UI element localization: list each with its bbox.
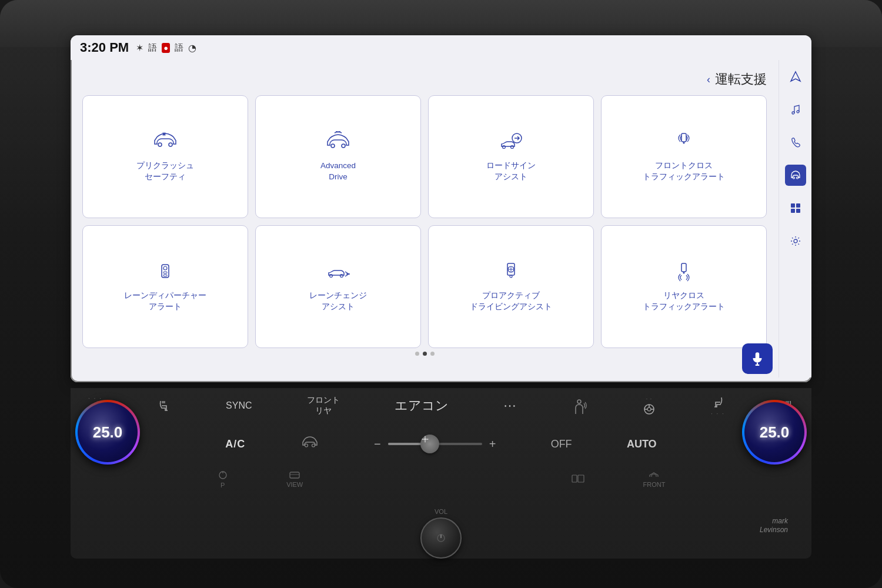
fan-plus-button[interactable]: +: [489, 437, 496, 451]
status-time: 3:20 PM: [80, 40, 129, 55]
sidebar-music-icon[interactable]: [785, 99, 806, 120]
menu-item-proactive[interactable]: プロアクティブ ドライビングアシスト: [428, 225, 594, 348]
svg-rect-25: [791, 203, 795, 208]
temp-knob-right-inner[interactable]: 25.0: [744, 402, 804, 462]
road-sign-label: ロードサイン アシスト: [486, 161, 536, 183]
status-bar: 3:20 PM ✶ 語 ● 語 ◔: [71, 35, 811, 60]
road-sign-icon: [498, 131, 524, 156]
screen-main: ‹ 運転支援: [71, 60, 811, 377]
mic-icon: [750, 351, 765, 366]
svg-point-2: [331, 144, 335, 148]
mark-levinson-line2: Levinson: [760, 526, 788, 535]
park-label: P: [217, 482, 229, 489]
temp-knob-left[interactable]: 25.0: [75, 400, 140, 465]
svg-rect-11: [163, 272, 167, 273]
ac-button[interactable]: A/C: [225, 438, 245, 450]
front-label-button[interactable]: FRONT: [643, 471, 666, 488]
menu-item-advanced-drive[interactable]: Advanced Drive: [255, 95, 421, 218]
dot-2: [423, 352, 427, 356]
view-button[interactable]: VIEW: [286, 471, 303, 488]
main-content: ‹ 運転支援: [71, 60, 779, 377]
menu-item-lane-departure[interactable]: レーンディパーチャー アラート: [82, 225, 248, 348]
grid-dots-button[interactable]: ⋯: [503, 398, 516, 413]
person-temp-control[interactable]: [571, 397, 587, 414]
vol-knob-circle[interactable]: [420, 517, 462, 559]
back-button[interactable]: ‹: [707, 74, 710, 86]
volume-knob[interactable]: VOL: [420, 517, 462, 559]
right-sidebar: [779, 60, 811, 377]
sidebar-grid-icon[interactable]: [785, 198, 806, 219]
fan-slider[interactable]: [388, 443, 482, 445]
auto-button[interactable]: AUTO: [627, 438, 657, 450]
status-icons: ✶ 語 ● 語 ◔: [136, 42, 196, 54]
svg-point-23: [793, 177, 794, 179]
fan-control: − +: [374, 437, 496, 451]
sidebar-navigation-icon[interactable]: [785, 66, 806, 87]
svg-rect-7: [681, 133, 686, 142]
page-title: 運転支援: [715, 71, 767, 88]
menu-item-road-sign[interactable]: ロードサイン アシスト: [428, 95, 594, 218]
front-cross-icon: [671, 131, 697, 156]
front-icon: [648, 471, 660, 479]
menu-item-lane-change[interactable]: レーンチェンジ アシスト: [255, 225, 421, 348]
seat-heat-right-icon: [711, 395, 725, 409]
pre-crash-label: プリクラッシュ セーフティ: [136, 161, 194, 183]
temp-knob-left-inner[interactable]: 25.0: [78, 402, 138, 462]
temp-right-display: 25.0: [760, 423, 790, 442]
front-rear-button[interactable]: フロント リヤ: [307, 395, 340, 416]
proactive-icon: [498, 261, 524, 286]
svg-rect-45: [572, 475, 577, 482]
seat-heat-right-control[interactable]: · · ·: [711, 395, 725, 417]
rear-cross-label: リヤクロス トラフィックアラート: [643, 290, 725, 313]
record-icon: ●: [162, 43, 170, 53]
vol-label: VOL: [420, 508, 462, 515]
seat-ventilate-left-control[interactable]: [157, 399, 171, 413]
sidebar-settings-icon[interactable]: [785, 230, 806, 252]
lane-departure-icon: [152, 261, 178, 286]
fan-minus-button[interactable]: −: [374, 437, 381, 451]
menu-item-rear-cross[interactable]: リヤクロス トラフィックアラート: [601, 225, 767, 348]
lane-departure-label: レーンディパーチャー アラート: [124, 290, 206, 313]
svg-point-32: [577, 400, 581, 403]
sidebar-car-icon[interactable]: [785, 165, 806, 186]
svg-rect-43: [290, 472, 299, 478]
svg-point-24: [796, 177, 798, 179]
svg-point-40: [424, 438, 426, 440]
header-bar: ‹ 運転支援: [82, 66, 767, 95]
advanced-drive-label: Advanced Drive: [320, 161, 356, 183]
screen-mode-icon: [571, 474, 585, 483]
sync-button[interactable]: SYNC: [226, 400, 252, 411]
dot-1: [415, 352, 419, 356]
control-bottom-row: P VIEW: [71, 465, 811, 494]
front-cross-label: フロントクロス トラフィックアラート: [643, 161, 725, 183]
sidebar-phone-icon[interactable]: [785, 132, 806, 153]
bluetooth-icon: ✶: [136, 42, 143, 54]
svg-point-39: [312, 444, 315, 447]
menu-item-front-cross[interactable]: フロントクロス トラフィックアラート: [601, 95, 767, 218]
svg-point-0: [158, 143, 162, 146]
car-panel: 3:20 PM ✶ 語 ● 語 ◔ ‹ 運転支援: [0, 0, 882, 588]
svg-point-1: [169, 143, 172, 146]
park-button[interactable]: P: [217, 470, 229, 489]
control-top-row: · · · SYNC フロント リヤ エアコン: [71, 388, 811, 423]
person-temp-icon: [571, 397, 587, 414]
pagination: [82, 348, 767, 359]
svg-rect-12: [163, 275, 167, 276]
fan-knob[interactable]: [420, 435, 439, 453]
menu-item-pre-crash[interactable]: プリクラッシュ セーフティ: [82, 95, 248, 218]
svg-rect-46: [578, 475, 584, 482]
svg-point-22: [797, 111, 799, 113]
front-label: FRONT: [643, 481, 666, 488]
off-button[interactable]: OFF: [551, 438, 572, 450]
temp-left-display: 25.0: [93, 423, 123, 442]
dot-3: [430, 352, 435, 356]
screen-mode-button[interactable]: [571, 474, 585, 485]
steering-small-icon: [217, 470, 229, 480]
car-silhouette-icon: [300, 435, 319, 449]
aircon-label[interactable]: エアコン: [395, 397, 449, 415]
temp-knob-right[interactable]: 25.0: [742, 400, 807, 465]
steering-heat-control[interactable]: - -: [642, 396, 656, 416]
car-front-icon[interactable]: [300, 435, 319, 453]
voice-button[interactable]: [742, 343, 773, 374]
signal-icon: 語: [175, 42, 183, 54]
